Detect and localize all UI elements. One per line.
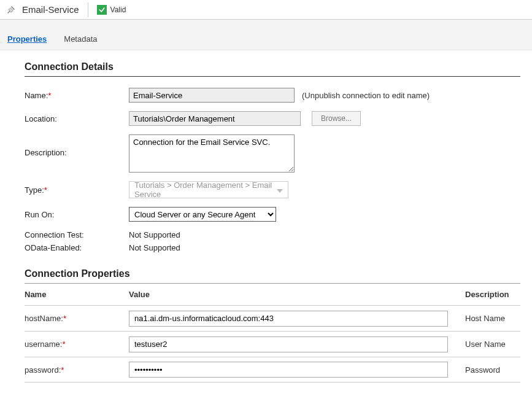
col-header-value: Value: [129, 290, 465, 299]
password-input[interactable]: [129, 362, 448, 378]
check-icon: [97, 5, 107, 15]
connection-properties-heading: Connection Properties: [25, 268, 532, 279]
prop-name-username: username:*: [25, 340, 129, 349]
table-row: username:* User Name: [25, 331, 520, 357]
browse-button[interactable]: Browse...: [312, 111, 361, 126]
prop-desc-username: User Name: [465, 340, 520, 349]
header-bar: Email-Service Valid: [0, 0, 532, 20]
odata-label: OData-Enabled:: [25, 243, 129, 252]
name-label: Name:*: [25, 91, 129, 100]
vertical-divider: [88, 2, 88, 17]
prop-desc-password: Password: [465, 365, 520, 375]
odata-value: Not Supported: [129, 243, 180, 252]
description-label: Description:: [25, 134, 129, 157]
svg-line-2: [8, 11, 10, 13]
tab-properties[interactable]: Properties: [7, 34, 47, 50]
row-description: Description: Connection for the Email Se…: [25, 134, 532, 173]
runon-select[interactable]: Cloud Server or any Secure Agent: [129, 207, 276, 222]
properties-table: Name Value Description hostName:* Host N…: [25, 283, 520, 383]
connection-properties-section: Connection Properties Name Value Descrip…: [25, 268, 532, 383]
hostname-input[interactable]: [129, 311, 448, 327]
table-row: hostName:* Host Name: [25, 305, 520, 331]
username-input[interactable]: [129, 336, 448, 352]
status-label: Valid: [110, 6, 126, 14]
description-textarea[interactable]: Connection for the Email Service SVC.: [129, 134, 295, 173]
connection-test-label: Connection Test:: [25, 230, 129, 239]
status-badge: Valid: [97, 5, 126, 15]
prop-name-password: password:*: [25, 365, 129, 375]
tab-strip: Properties Metadata: [0, 20, 532, 50]
row-runon: Run On: Cloud Server or any Secure Agent: [25, 207, 532, 222]
svg-line-0: [12, 7, 13, 8]
row-location: Location: Browse...: [25, 111, 532, 126]
type-label: Type:*: [25, 185, 129, 195]
prop-desc-hostname: Host Name: [465, 314, 520, 323]
type-select-value: Tutorials > Order Management > Email Ser…: [134, 181, 277, 199]
chevron-down-icon: [277, 185, 283, 195]
runon-label: Run On:: [25, 210, 129, 219]
tab-metadata[interactable]: Metadata: [64, 34, 97, 50]
row-odata: OData-Enabled: Not Supported: [25, 243, 532, 252]
prop-name-hostname: hostName:*: [25, 314, 129, 323]
name-input[interactable]: [129, 88, 295, 103]
name-hint: (Unpublish connection to edit name): [302, 91, 430, 100]
col-header-description: Description: [465, 290, 520, 299]
connection-test-value: Not Supported: [129, 230, 180, 239]
section-divider: [25, 76, 520, 77]
content-area: Connection Details Name:* (Unpublish con…: [0, 50, 532, 383]
location-input[interactable]: [129, 111, 301, 126]
location-label: Location:: [25, 114, 129, 123]
row-type: Type:* Tutorials > Order Management > Em…: [25, 181, 532, 198]
svg-line-1: [13, 8, 14, 9]
connection-details-heading: Connection Details: [25, 61, 532, 72]
plug-icon: [5, 4, 17, 16]
page-title: Email-Service: [22, 4, 79, 15]
type-select[interactable]: Tutorials > Order Management > Email Ser…: [129, 181, 288, 198]
row-connection-test: Connection Test: Not Supported: [25, 230, 532, 239]
table-header-row: Name Value Description: [25, 283, 520, 305]
table-row: password:* Password: [25, 357, 520, 383]
col-header-name: Name: [25, 290, 129, 299]
row-name: Name:* (Unpublish connection to edit nam…: [25, 88, 532, 103]
